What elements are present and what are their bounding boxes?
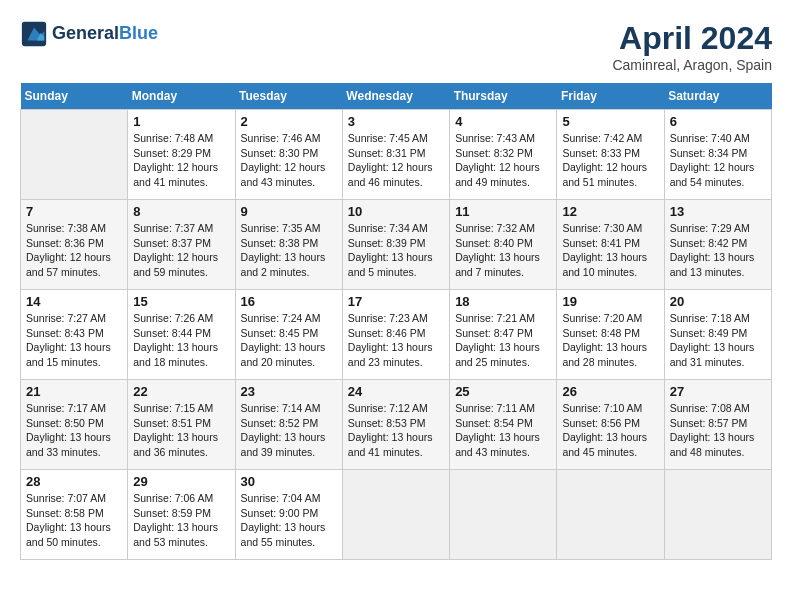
calendar-week-row: 1Sunrise: 7:48 AMSunset: 8:29 PMDaylight… [21, 110, 772, 200]
day-info: Sunrise: 7:38 AMSunset: 8:36 PMDaylight:… [26, 221, 122, 280]
logo-text: GeneralBlue [52, 24, 158, 44]
day-info: Sunrise: 7:29 AMSunset: 8:42 PMDaylight:… [670, 221, 766, 280]
day-number: 19 [562, 294, 658, 309]
calendar-cell: 28Sunrise: 7:07 AMSunset: 8:58 PMDayligh… [21, 470, 128, 560]
calendar-cell: 25Sunrise: 7:11 AMSunset: 8:54 PMDayligh… [450, 380, 557, 470]
day-number: 20 [670, 294, 766, 309]
day-number: 2 [241, 114, 337, 129]
day-number: 23 [241, 384, 337, 399]
day-number: 8 [133, 204, 229, 219]
day-info: Sunrise: 7:18 AMSunset: 8:49 PMDaylight:… [670, 311, 766, 370]
day-info: Sunrise: 7:21 AMSunset: 8:47 PMDaylight:… [455, 311, 551, 370]
weekday-header-saturday: Saturday [664, 83, 771, 110]
calendar-cell: 5Sunrise: 7:42 AMSunset: 8:33 PMDaylight… [557, 110, 664, 200]
calendar-cell: 14Sunrise: 7:27 AMSunset: 8:43 PMDayligh… [21, 290, 128, 380]
day-info: Sunrise: 7:27 AMSunset: 8:43 PMDaylight:… [26, 311, 122, 370]
calendar-cell: 29Sunrise: 7:06 AMSunset: 8:59 PMDayligh… [128, 470, 235, 560]
day-number: 28 [26, 474, 122, 489]
calendar-week-row: 21Sunrise: 7:17 AMSunset: 8:50 PMDayligh… [21, 380, 772, 470]
day-number: 3 [348, 114, 444, 129]
logo: GeneralBlue [20, 20, 158, 48]
calendar-cell: 4Sunrise: 7:43 AMSunset: 8:32 PMDaylight… [450, 110, 557, 200]
day-number: 7 [26, 204, 122, 219]
day-number: 22 [133, 384, 229, 399]
day-info: Sunrise: 7:35 AMSunset: 8:38 PMDaylight:… [241, 221, 337, 280]
calendar-cell: 20Sunrise: 7:18 AMSunset: 8:49 PMDayligh… [664, 290, 771, 380]
day-info: Sunrise: 7:26 AMSunset: 8:44 PMDaylight:… [133, 311, 229, 370]
calendar-cell: 15Sunrise: 7:26 AMSunset: 8:44 PMDayligh… [128, 290, 235, 380]
calendar-cell: 9Sunrise: 7:35 AMSunset: 8:38 PMDaylight… [235, 200, 342, 290]
calendar-cell: 23Sunrise: 7:14 AMSunset: 8:52 PMDayligh… [235, 380, 342, 470]
calendar-cell [342, 470, 449, 560]
day-number: 27 [670, 384, 766, 399]
calendar-cell: 12Sunrise: 7:30 AMSunset: 8:41 PMDayligh… [557, 200, 664, 290]
day-number: 5 [562, 114, 658, 129]
day-info: Sunrise: 7:04 AMSunset: 9:00 PMDaylight:… [241, 491, 337, 550]
day-info: Sunrise: 7:14 AMSunset: 8:52 PMDaylight:… [241, 401, 337, 460]
calendar-table: SundayMondayTuesdayWednesdayThursdayFrid… [20, 83, 772, 560]
day-info: Sunrise: 7:17 AMSunset: 8:50 PMDaylight:… [26, 401, 122, 460]
day-number: 26 [562, 384, 658, 399]
day-number: 15 [133, 294, 229, 309]
day-number: 16 [241, 294, 337, 309]
calendar-cell: 17Sunrise: 7:23 AMSunset: 8:46 PMDayligh… [342, 290, 449, 380]
day-number: 11 [455, 204, 551, 219]
calendar-cell: 11Sunrise: 7:32 AMSunset: 8:40 PMDayligh… [450, 200, 557, 290]
location-subtitle: Caminreal, Aragon, Spain [612, 57, 772, 73]
calendar-cell: 22Sunrise: 7:15 AMSunset: 8:51 PMDayligh… [128, 380, 235, 470]
day-info: Sunrise: 7:08 AMSunset: 8:57 PMDaylight:… [670, 401, 766, 460]
calendar-cell [21, 110, 128, 200]
day-info: Sunrise: 7:42 AMSunset: 8:33 PMDaylight:… [562, 131, 658, 190]
logo-icon [20, 20, 48, 48]
weekday-header-sunday: Sunday [21, 83, 128, 110]
calendar-cell: 2Sunrise: 7:46 AMSunset: 8:30 PMDaylight… [235, 110, 342, 200]
calendar-cell: 7Sunrise: 7:38 AMSunset: 8:36 PMDaylight… [21, 200, 128, 290]
title-block: April 2024 Caminreal, Aragon, Spain [612, 20, 772, 73]
calendar-cell: 10Sunrise: 7:34 AMSunset: 8:39 PMDayligh… [342, 200, 449, 290]
calendar-body: 1Sunrise: 7:48 AMSunset: 8:29 PMDaylight… [21, 110, 772, 560]
weekday-header-monday: Monday [128, 83, 235, 110]
calendar-cell: 18Sunrise: 7:21 AMSunset: 8:47 PMDayligh… [450, 290, 557, 380]
day-number: 18 [455, 294, 551, 309]
day-info: Sunrise: 7:06 AMSunset: 8:59 PMDaylight:… [133, 491, 229, 550]
calendar-cell: 3Sunrise: 7:45 AMSunset: 8:31 PMDaylight… [342, 110, 449, 200]
calendar-week-row: 14Sunrise: 7:27 AMSunset: 8:43 PMDayligh… [21, 290, 772, 380]
day-info: Sunrise: 7:30 AMSunset: 8:41 PMDaylight:… [562, 221, 658, 280]
page-header: GeneralBlue April 2024 Caminreal, Aragon… [20, 20, 772, 73]
day-number: 14 [26, 294, 122, 309]
day-number: 21 [26, 384, 122, 399]
day-number: 6 [670, 114, 766, 129]
calendar-cell: 8Sunrise: 7:37 AMSunset: 8:37 PMDaylight… [128, 200, 235, 290]
calendar-week-row: 7Sunrise: 7:38 AMSunset: 8:36 PMDaylight… [21, 200, 772, 290]
day-info: Sunrise: 7:43 AMSunset: 8:32 PMDaylight:… [455, 131, 551, 190]
calendar-cell: 26Sunrise: 7:10 AMSunset: 8:56 PMDayligh… [557, 380, 664, 470]
weekday-header-wednesday: Wednesday [342, 83, 449, 110]
calendar-cell: 16Sunrise: 7:24 AMSunset: 8:45 PMDayligh… [235, 290, 342, 380]
day-number: 13 [670, 204, 766, 219]
day-number: 9 [241, 204, 337, 219]
calendar-cell: 24Sunrise: 7:12 AMSunset: 8:53 PMDayligh… [342, 380, 449, 470]
day-info: Sunrise: 7:11 AMSunset: 8:54 PMDaylight:… [455, 401, 551, 460]
calendar-cell: 30Sunrise: 7:04 AMSunset: 9:00 PMDayligh… [235, 470, 342, 560]
day-info: Sunrise: 7:07 AMSunset: 8:58 PMDaylight:… [26, 491, 122, 550]
day-info: Sunrise: 7:10 AMSunset: 8:56 PMDaylight:… [562, 401, 658, 460]
day-info: Sunrise: 7:40 AMSunset: 8:34 PMDaylight:… [670, 131, 766, 190]
day-info: Sunrise: 7:32 AMSunset: 8:40 PMDaylight:… [455, 221, 551, 280]
calendar-cell: 19Sunrise: 7:20 AMSunset: 8:48 PMDayligh… [557, 290, 664, 380]
month-title: April 2024 [612, 20, 772, 57]
weekday-header-friday: Friday [557, 83, 664, 110]
day-number: 12 [562, 204, 658, 219]
day-number: 17 [348, 294, 444, 309]
calendar-cell: 1Sunrise: 7:48 AMSunset: 8:29 PMDaylight… [128, 110, 235, 200]
calendar-cell: 6Sunrise: 7:40 AMSunset: 8:34 PMDaylight… [664, 110, 771, 200]
calendar-cell [557, 470, 664, 560]
calendar-header: SundayMondayTuesdayWednesdayThursdayFrid… [21, 83, 772, 110]
day-info: Sunrise: 7:24 AMSunset: 8:45 PMDaylight:… [241, 311, 337, 370]
weekday-header-tuesday: Tuesday [235, 83, 342, 110]
day-info: Sunrise: 7:48 AMSunset: 8:29 PMDaylight:… [133, 131, 229, 190]
weekday-header-row: SundayMondayTuesdayWednesdayThursdayFrid… [21, 83, 772, 110]
calendar-cell [450, 470, 557, 560]
day-number: 29 [133, 474, 229, 489]
day-number: 4 [455, 114, 551, 129]
calendar-week-row: 28Sunrise: 7:07 AMSunset: 8:58 PMDayligh… [21, 470, 772, 560]
